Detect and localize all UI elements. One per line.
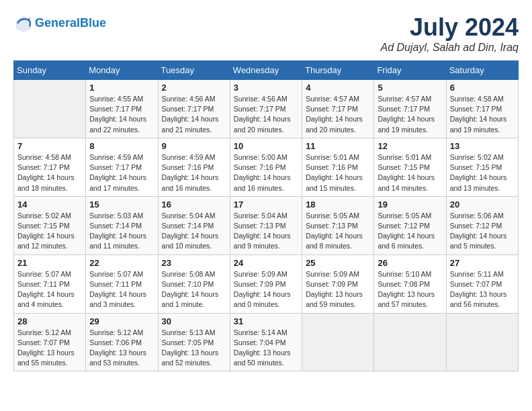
- day-number: 25: [306, 258, 370, 268]
- calendar-cell: 22Sunrise: 5:07 AMSunset: 7:11 PMDayligh…: [86, 255, 158, 313]
- logo-text: GeneralBlue: [35, 17, 106, 30]
- day-info: Sunrise: 4:59 AMSunset: 7:16 PMDaylight:…: [162, 152, 226, 193]
- calendar-cell: 21Sunrise: 5:07 AMSunset: 7:11 PMDayligh…: [14, 255, 86, 313]
- calendar-cell: 9Sunrise: 4:59 AMSunset: 7:16 PMDaylight…: [158, 138, 230, 196]
- calendar-cell: 5Sunrise: 4:57 AMSunset: 7:17 PMDaylight…: [374, 80, 446, 138]
- calendar-cell: 4Sunrise: 4:57 AMSunset: 7:17 PMDaylight…: [302, 80, 374, 138]
- day-info: Sunrise: 5:13 AMSunset: 7:05 PMDaylight:…: [162, 328, 226, 369]
- day-info: Sunrise: 5:01 AMSunset: 7:16 PMDaylight:…: [306, 152, 370, 193]
- logo-line2: Blue: [80, 16, 106, 30]
- calendar-week-row: 28Sunrise: 5:12 AMSunset: 7:07 PMDayligh…: [14, 313, 519, 371]
- day-info: Sunrise: 4:57 AMSunset: 7:17 PMDaylight:…: [306, 94, 370, 135]
- day-number: 21: [17, 258, 82, 268]
- calendar-cell: [446, 313, 518, 371]
- day-number: 8: [89, 141, 154, 151]
- day-info: Sunrise: 4:57 AMSunset: 7:17 PMDaylight:…: [378, 94, 442, 135]
- day-info: Sunrise: 5:07 AMSunset: 7:11 PMDaylight:…: [89, 269, 154, 310]
- calendar-cell: 2Sunrise: 4:56 AMSunset: 7:17 PMDaylight…: [158, 80, 230, 138]
- day-number: 22: [89, 258, 154, 268]
- title-section: July 2024 Ad Dujayl, Salah ad Din, Iraq: [381, 13, 519, 54]
- day-number: 28: [17, 316, 82, 326]
- calendar-week-row: 1Sunrise: 4:55 AMSunset: 7:17 PMDaylight…: [14, 80, 519, 138]
- day-number: 3: [234, 83, 298, 93]
- calendar-cell: 20Sunrise: 5:06 AMSunset: 7:12 PMDayligh…: [446, 196, 518, 255]
- day-info: Sunrise: 4:58 AMSunset: 7:17 PMDaylight:…: [450, 94, 515, 135]
- calendar-cell: 16Sunrise: 5:04 AMSunset: 7:14 PMDayligh…: [158, 196, 230, 255]
- calendar-cell: 18Sunrise: 5:05 AMSunset: 7:13 PMDayligh…: [302, 196, 374, 255]
- day-info: Sunrise: 5:00 AMSunset: 7:16 PMDaylight:…: [234, 152, 298, 193]
- weekday-header: Saturday: [446, 61, 518, 80]
- day-info: Sunrise: 4:56 AMSunset: 7:17 PMDaylight:…: [234, 94, 298, 135]
- calendar-cell: 14Sunrise: 5:02 AMSunset: 7:15 PMDayligh…: [14, 196, 86, 255]
- calendar-cell: 25Sunrise: 5:09 AMSunset: 7:09 PMDayligh…: [302, 255, 374, 313]
- calendar-cell: [14, 80, 86, 138]
- calendar-week-row: 7Sunrise: 4:58 AMSunset: 7:17 PMDaylight…: [14, 138, 519, 196]
- day-number: 29: [89, 316, 154, 326]
- day-number: 4: [306, 83, 370, 93]
- calendar-cell: 11Sunrise: 5:01 AMSunset: 7:16 PMDayligh…: [302, 138, 374, 196]
- weekday-header: Monday: [86, 61, 158, 80]
- calendar-cell: 15Sunrise: 5:03 AMSunset: 7:14 PMDayligh…: [86, 196, 158, 255]
- calendar-week-row: 21Sunrise: 5:07 AMSunset: 7:11 PMDayligh…: [14, 255, 519, 313]
- day-number: 24: [234, 258, 298, 268]
- day-number: 9: [162, 141, 226, 151]
- day-number: 12: [378, 141, 442, 151]
- calendar-cell: 8Sunrise: 4:59 AMSunset: 7:17 PMDaylight…: [86, 138, 158, 196]
- day-number: 26: [378, 258, 442, 268]
- day-info: Sunrise: 5:09 AMSunset: 7:09 PMDaylight:…: [306, 269, 370, 310]
- day-info: Sunrise: 5:05 AMSunset: 7:13 PMDaylight:…: [306, 211, 370, 252]
- day-info: Sunrise: 5:03 AMSunset: 7:14 PMDaylight:…: [89, 211, 154, 252]
- day-info: Sunrise: 4:59 AMSunset: 7:17 PMDaylight:…: [89, 152, 154, 193]
- day-number: 11: [306, 141, 370, 151]
- calendar-cell: 12Sunrise: 5:01 AMSunset: 7:15 PMDayligh…: [374, 138, 446, 196]
- logo: GeneralBlue: [13, 13, 106, 34]
- day-info: Sunrise: 5:02 AMSunset: 7:15 PMDaylight:…: [450, 152, 515, 193]
- logo-line1: General: [35, 16, 80, 30]
- day-info: Sunrise: 5:07 AMSunset: 7:11 PMDaylight:…: [17, 269, 82, 310]
- calendar-cell: [374, 313, 446, 371]
- day-number: 27: [450, 258, 515, 268]
- calendar-table: SundayMondayTuesdayWednesdayThursdayFrid…: [13, 60, 519, 371]
- weekday-header: Wednesday: [230, 61, 302, 80]
- calendar-cell: 31Sunrise: 5:14 AMSunset: 7:04 PMDayligh…: [230, 313, 302, 371]
- day-info: Sunrise: 5:06 AMSunset: 7:12 PMDaylight:…: [450, 211, 515, 252]
- location: Ad Dujayl, Salah ad Din, Iraq: [381, 42, 519, 54]
- day-info: Sunrise: 5:01 AMSunset: 7:15 PMDaylight:…: [378, 152, 442, 193]
- day-info: Sunrise: 5:14 AMSunset: 7:04 PMDaylight:…: [234, 328, 298, 369]
- day-number: 30: [162, 316, 226, 326]
- day-number: 16: [162, 199, 226, 210]
- calendar-cell: 23Sunrise: 5:08 AMSunset: 7:10 PMDayligh…: [158, 255, 230, 313]
- day-info: Sunrise: 5:11 AMSunset: 7:07 PMDaylight:…: [450, 269, 515, 310]
- day-info: Sunrise: 5:12 AMSunset: 7:06 PMDaylight:…: [89, 328, 154, 369]
- calendar-cell: 7Sunrise: 4:58 AMSunset: 7:17 PMDaylight…: [14, 138, 86, 196]
- day-number: 7: [17, 141, 82, 151]
- weekday-header: Friday: [374, 61, 446, 80]
- day-number: 1: [89, 83, 154, 93]
- calendar-cell: 26Sunrise: 5:10 AMSunset: 7:08 PMDayligh…: [374, 255, 446, 313]
- calendar-cell: 29Sunrise: 5:12 AMSunset: 7:06 PMDayligh…: [86, 313, 158, 371]
- day-number: 10: [234, 141, 298, 151]
- calendar-cell: 27Sunrise: 5:11 AMSunset: 7:07 PMDayligh…: [446, 255, 518, 313]
- day-info: Sunrise: 5:10 AMSunset: 7:08 PMDaylight:…: [378, 269, 442, 310]
- calendar-cell: 24Sunrise: 5:09 AMSunset: 7:09 PMDayligh…: [230, 255, 302, 313]
- day-info: Sunrise: 4:55 AMSunset: 7:17 PMDaylight:…: [89, 94, 154, 135]
- month-title: July 2024: [381, 13, 519, 42]
- calendar-cell: 3Sunrise: 4:56 AMSunset: 7:17 PMDaylight…: [230, 80, 302, 138]
- calendar-cell: 6Sunrise: 4:58 AMSunset: 7:17 PMDaylight…: [446, 80, 518, 138]
- day-number: 14: [17, 199, 82, 210]
- weekday-header: Sunday: [14, 61, 86, 80]
- weekday-header: Thursday: [302, 61, 374, 80]
- day-number: 13: [450, 141, 515, 151]
- calendar-cell: [302, 313, 374, 371]
- day-info: Sunrise: 5:02 AMSunset: 7:15 PMDaylight:…: [17, 211, 82, 252]
- calendar-cell: 28Sunrise: 5:12 AMSunset: 7:07 PMDayligh…: [14, 313, 86, 371]
- day-number: 6: [450, 83, 515, 93]
- calendar-cell: 30Sunrise: 5:13 AMSunset: 7:05 PMDayligh…: [158, 313, 230, 371]
- calendar-cell: 10Sunrise: 5:00 AMSunset: 7:16 PMDayligh…: [230, 138, 302, 196]
- calendar-cell: 17Sunrise: 5:04 AMSunset: 7:13 PMDayligh…: [230, 196, 302, 255]
- day-number: 17: [234, 199, 298, 210]
- day-number: 2: [162, 83, 226, 93]
- calendar-week-row: 14Sunrise: 5:02 AMSunset: 7:15 PMDayligh…: [14, 196, 519, 255]
- day-info: Sunrise: 4:58 AMSunset: 7:17 PMDaylight:…: [17, 152, 82, 193]
- day-info: Sunrise: 4:56 AMSunset: 7:17 PMDaylight:…: [162, 94, 226, 135]
